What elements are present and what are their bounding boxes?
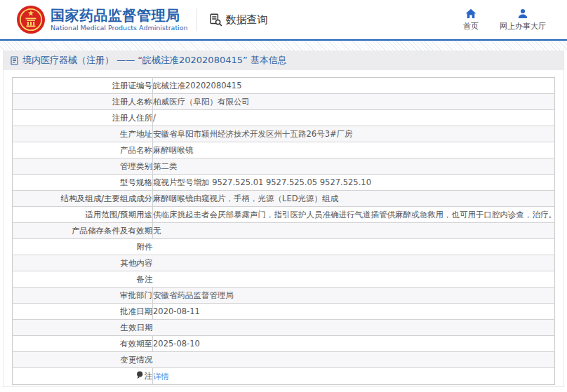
row-value: 安徽省药品监督管理局 — [153, 288, 555, 304]
row-value: 2025-08-10 — [153, 336, 555, 352]
org-title: 国家药品监督管理局 — [51, 8, 188, 23]
row-label: 结构及组成/主要组成成分 — [13, 191, 153, 207]
row-label: 批准日期 — [13, 304, 153, 320]
table-row: 注册人名称柏威医疗（阜阳）有限公司 — [13, 94, 555, 110]
row-label: 生产地址 — [13, 126, 153, 142]
row-value-text: 安徽省阜阳市颍州经济技术开发区州十五路26号3#厂房 — [153, 129, 353, 139]
breadcrumb: 境内医疗器械（注册） —— “皖械注准20202080415” 基本信息 — [4, 50, 563, 70]
row-value-text: 窥视片型号增加 9527.525.01 9527.525.05 9527.525… — [153, 177, 371, 187]
row-label: 管理类别 — [13, 158, 153, 175]
row-value-text: 2025-08-10 — [153, 339, 200, 349]
info-table: 注册证编号皖械注准20202080415注册人名称柏威医疗（阜阳）有限公司注册人… — [12, 77, 555, 385]
user-icon — [517, 8, 528, 19]
row-label: 注 — [13, 368, 153, 385]
row-value: 麻醉咽喉镜 — [153, 142, 555, 158]
row-value: 窥视片型号增加 9527.525.01 9527.525.05 9527.525… — [153, 175, 555, 191]
table-row: 结构及组成/主要组成成分麻醉咽喉镜由窥视片，手柄，光源（LED光源）组成 — [13, 191, 555, 207]
row-label-text: 有效期至 — [120, 339, 152, 349]
row-label: 产品储存条件及有效期 — [13, 223, 153, 239]
content-panel: 境内医疗器械（注册） —— “皖械注准20202080415” 基本信息 注册证… — [3, 50, 564, 387]
row-label-text: 附件 — [137, 242, 153, 252]
detail-link[interactable]: 详情 — [153, 372, 169, 381]
row-label: 备注 — [13, 271, 153, 288]
nav-home-label: 首页 — [463, 21, 479, 32]
row-value — [153, 352, 555, 368]
row-value-text: 供临床挑起患者会厌部暴露声门，指引医护人员准确进行气道插管供麻醉或急救用，也可用… — [153, 210, 555, 219]
site-header: 国家药品监督管理局 National Medical Products Admi… — [0, 0, 567, 39]
row-label-text: 注册人住所 — [112, 113, 153, 123]
row-label-text: 变更情况 — [121, 355, 153, 365]
row-value: 无 — [153, 223, 555, 239]
table-row: 批准日期2020-08-11 — [13, 304, 555, 320]
row-label-text: 结构及组成/主要组成成分 — [61, 194, 152, 203]
row-value-text: 2020-08-11 — [153, 306, 200, 316]
row-label-text: 注册证编号 — [112, 81, 153, 90]
row-label-text: 注册人名称 — [112, 97, 153, 107]
nav-service-hall-label: 网上办事大厅 — [500, 21, 546, 32]
header-quick-links: 首页 网上办事大厅 — [463, 8, 552, 32]
row-value-text: 皖械注准20202080415 — [153, 81, 241, 90]
row-label-text: 注 — [145, 371, 153, 381]
table-row: 型号规格窥视片型号增加 9527.525.01 9527.525.05 9527… — [13, 175, 555, 191]
row-label: 型号规格 — [13, 175, 153, 191]
row-label-text: 审批部门 — [120, 290, 152, 300]
table-row: 其他内容 — [13, 255, 555, 271]
row-value-text: 安徽省药品监督管理局 — [153, 290, 234, 300]
row-value: 供临床挑起患者会厌部暴露声门，指引医护人员准确进行气道插管供麻醉或急救用，也可用… — [153, 207, 555, 223]
striped-strip — [0, 41, 567, 50]
nav-home[interactable]: 首页 — [463, 8, 479, 32]
table-row: 附件 — [13, 239, 555, 255]
table-row: 备注 — [13, 271, 555, 288]
table-row: 管理类别第二类 — [13, 158, 555, 175]
breadcrumb-text: 境内医疗器械（注册） —— “皖械注准20202080415” 基本信息 — [22, 54, 287, 67]
row-label: 产品名称 — [13, 142, 153, 158]
row-value-text: 麻醉咽喉镜由窥视片，手柄，光源（LED光源）组成 — [153, 194, 338, 203]
row-label-text: 批准日期 — [120, 306, 152, 316]
row-label-text: 生效日期 — [121, 323, 153, 332]
table-row: 注册人住所/ — [13, 110, 555, 126]
row-value: 皖械注准20202080415 — [153, 78, 555, 94]
row-value: 柏威医疗（阜阳）有限公司 — [153, 94, 555, 110]
table-row: 注册证编号皖械注准20202080415 — [13, 78, 555, 94]
home-icon — [465, 8, 476, 19]
row-label-text: 产品名称 — [120, 145, 152, 155]
row-value — [153, 271, 555, 288]
row-label-text: 备注 — [137, 274, 153, 284]
data-query-nav[interactable]: 数据查询 — [208, 13, 268, 27]
row-label-text: 产品储存条件及有效期 — [72, 226, 152, 236]
header-divider — [196, 8, 197, 31]
row-label: 生效日期 — [13, 320, 153, 336]
row-value-text: 麻醉咽喉镜 — [153, 145, 194, 155]
table-row: 生效日期 — [13, 320, 555, 336]
row-value-text: 无 — [153, 226, 161, 236]
row-label-text: 其他内容 — [121, 258, 153, 268]
row-label-text: 适用范围/预期用途 — [85, 210, 152, 219]
row-label: 审批部门 — [13, 288, 153, 304]
row-label: 有效期至 — [13, 336, 153, 352]
row-value-text: / — [153, 113, 156, 123]
note-pin-icon — [136, 369, 143, 384]
row-value: 安徽省阜阳市颍州经济技术开发区州十五路26号3#厂房 — [153, 126, 555, 142]
table-row: 注详情 — [13, 368, 555, 385]
row-label: 变更情况 — [13, 352, 153, 368]
row-value: 详情 — [153, 368, 555, 385]
row-label: 注册人住所 — [13, 110, 153, 126]
table-row: 生产地址安徽省阜阳市颍州经济技术开发区州十五路26号3#厂房 — [13, 126, 555, 142]
row-value — [153, 320, 555, 336]
row-value: 2020-08-11 — [153, 304, 555, 320]
row-label-text: 型号规格 — [120, 177, 152, 187]
row-value: 麻醉咽喉镜由窥视片，手柄，光源（LED光源）组成 — [153, 191, 555, 207]
row-label: 适用范围/预期用途 — [13, 207, 153, 223]
table-row: 适用范围/预期用途供临床挑起患者会厌部暴露声门，指引医护人员准确进行气道插管供麻… — [13, 207, 555, 223]
row-label-text: 生产地址 — [120, 129, 152, 139]
nav-service-hall[interactable]: 网上办事大厅 — [500, 8, 546, 32]
table-row: 产品储存条件及有效期无 — [13, 223, 555, 239]
row-label: 附件 — [13, 239, 153, 255]
table-row: 变更情况 — [13, 352, 555, 368]
site-logo: 国家药品监督管理局 National Medical Products Admi… — [17, 6, 188, 34]
row-value-text: 柏威医疗（阜阳）有限公司 — [153, 97, 250, 107]
row-value — [153, 239, 555, 255]
data-query-label: 数据查询 — [226, 13, 268, 27]
row-label: 注册人名称 — [13, 94, 153, 110]
site-logo-text: 国家药品监督管理局 National Medical Products Admi… — [51, 8, 188, 32]
